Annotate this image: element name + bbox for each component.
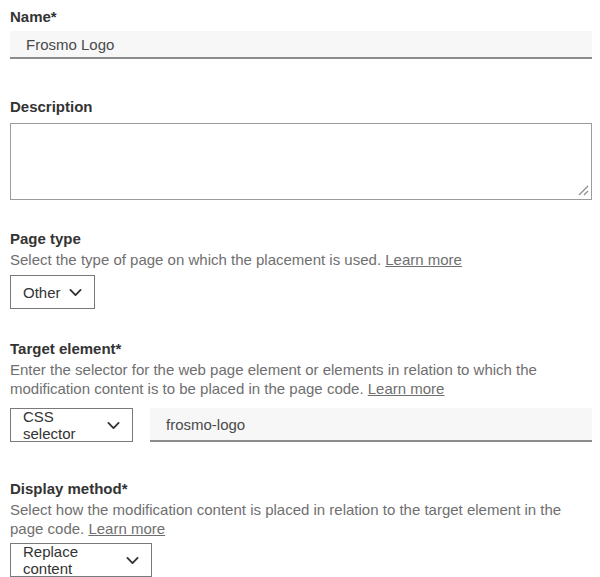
target-element-helper: Enter the selector for the web page elem…	[10, 360, 592, 398]
placement-settings-form: Name* Description Page type Select the t…	[0, 0, 600, 577]
resize-handle-icon[interactable]	[577, 184, 589, 196]
target-element-helper-text: Enter the selector for the web page elem…	[10, 361, 537, 397]
name-input[interactable]	[10, 31, 592, 59]
description-field-wrap	[10, 123, 592, 200]
target-selector-input[interactable]	[150, 408, 592, 442]
selector-type-select-value: CSS selector	[23, 408, 105, 442]
target-element-learn-more-link[interactable]: Learn more	[368, 380, 445, 397]
name-label: Name*	[10, 8, 592, 26]
selector-type-select[interactable]: CSS selector	[10, 408, 133, 442]
page-type-label: Page type	[10, 230, 592, 248]
description-label: Description	[10, 98, 592, 116]
chevron-down-icon	[105, 417, 122, 434]
page-type-select[interactable]: Other	[10, 275, 95, 309]
description-textarea[interactable]	[10, 123, 592, 200]
target-element-label: Target element*	[10, 340, 592, 358]
display-method-helper: Select how the modification content is p…	[10, 500, 592, 538]
page-type-select-value: Other	[23, 284, 61, 301]
chevron-down-icon	[67, 284, 84, 301]
page-type-learn-more-link[interactable]: Learn more	[385, 251, 462, 268]
display-method-label: Display method*	[10, 480, 592, 498]
display-method-select[interactable]: Replace content	[10, 543, 152, 577]
target-element-row: CSS selector	[10, 408, 592, 442]
display-method-select-value: Replace content	[23, 543, 124, 577]
chevron-down-icon	[124, 552, 141, 569]
page-type-helper-text: Select the type of page on which the pla…	[10, 251, 381, 268]
page-type-helper: Select the type of page on which the pla…	[10, 250, 592, 269]
display-method-learn-more-link[interactable]: Learn more	[88, 520, 165, 537]
